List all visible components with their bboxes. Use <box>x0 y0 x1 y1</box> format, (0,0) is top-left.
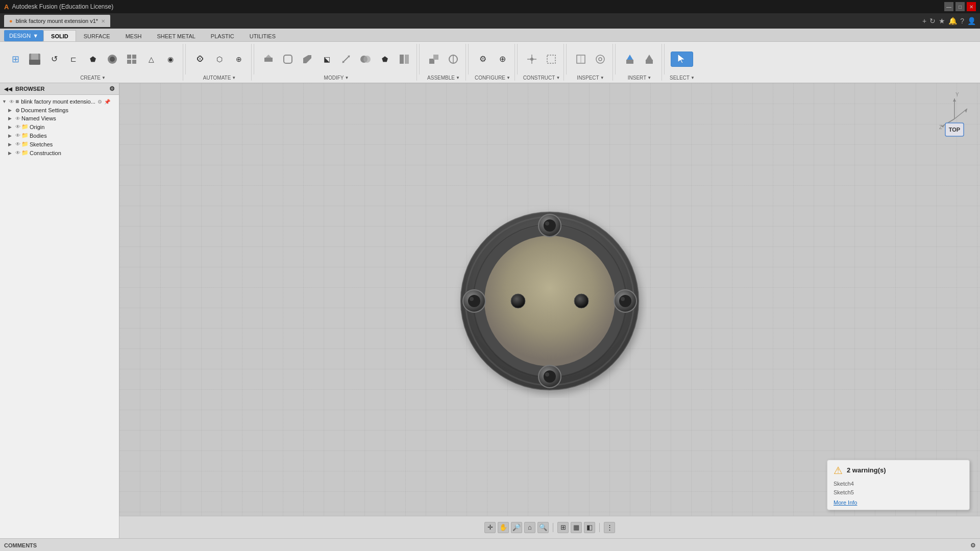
warning-header: ⚠ 2 warning(s) <box>834 464 963 477</box>
document-tab[interactable]: ● blink factory mount extension v1* ✕ <box>4 15 110 27</box>
modify-group-label[interactable]: MODIFY ▼ <box>324 75 349 81</box>
tab-surface[interactable]: SURFACE <box>76 30 118 41</box>
origin-folder-icon: 📁 <box>21 123 29 130</box>
tab-sheet-metal[interactable]: SHEET METAL <box>149 30 203 41</box>
create-sweep-btn[interactable]: ⊏ <box>64 52 83 67</box>
tree-sketches[interactable]: ▶ 👁 📁 Sketches <box>0 140 119 148</box>
assemble-group-label[interactable]: ASSEMBLE ▼ <box>427 75 460 81</box>
split-icon <box>398 53 410 65</box>
account-button[interactable]: 👤 <box>967 17 976 25</box>
comments-footer: COMMENTS ⚙ <box>0 538 980 551</box>
modify-combine-btn[interactable] <box>356 52 375 67</box>
orbit-btn[interactable]: ✛ <box>484 522 496 533</box>
configure-label-text: CONFIGURE <box>475 75 505 81</box>
modify-chamfer-btn[interactable] <box>298 52 316 67</box>
notifications-button[interactable]: 🔔 <box>948 17 957 25</box>
tree-origin[interactable]: ▶ 👁 📁 Origin <box>0 122 119 131</box>
automate-btn2[interactable]: ⬡ <box>210 52 229 67</box>
tab-mesh[interactable]: MESH <box>118 30 150 41</box>
automate-btn3[interactable]: ⊕ <box>230 52 248 67</box>
zoom-selected-btn[interactable]: 🔍 <box>537 522 549 533</box>
close-button[interactable]: ✕ <box>967 2 976 11</box>
zoom-btn[interactable]: 🔎 <box>511 522 522 533</box>
tab-utilities[interactable]: UTILITIES <box>242 30 283 41</box>
design-dropdown[interactable]: DESIGN ▼ <box>4 30 43 41</box>
viewport[interactable]: Y Z TOP <box>119 83 980 538</box>
create-loft-btn[interactable]: ⬟ <box>84 52 102 67</box>
inspect-group-label[interactable]: INSPECT ▼ <box>577 75 604 81</box>
inspect-btn1[interactable] <box>572 52 590 67</box>
create-new-component-btn[interactable]: ⊞ <box>6 52 24 67</box>
svg-point-56 <box>544 370 556 383</box>
automate-group-label[interactable]: AUTOMATE ▼ <box>203 75 236 81</box>
help-button[interactable]: ? <box>960 17 964 25</box>
tab-plastic[interactable]: PLASTIC <box>203 30 242 41</box>
configure-btn1[interactable]: ⚙ <box>474 52 492 67</box>
modify-press-pull-btn[interactable] <box>259 52 278 67</box>
more-info-link[interactable]: More Info <box>834 499 857 506</box>
origin-expand: ▶ <box>8 124 14 130</box>
svg-rect-16 <box>405 55 409 64</box>
construct-btn2[interactable] <box>542 52 560 67</box>
pan-btn[interactable]: ✋ <box>498 522 509 533</box>
create-revolve-btn[interactable]: ↺ <box>45 52 63 67</box>
app-title: Autodesk Fusion (Education License) <box>12 3 113 10</box>
create-pattern-btn[interactable] <box>122 52 141 67</box>
minimize-button[interactable]: — <box>944 2 953 11</box>
select-btn[interactable] <box>671 52 693 67</box>
svg-marker-30 <box>627 55 633 60</box>
select-group-label[interactable]: SELECT ▼ <box>670 75 695 81</box>
tree-named-views[interactable]: ▶ 👁 Named Views <box>0 114 119 122</box>
create-web-btn[interactable]: ◉ <box>161 52 180 67</box>
maximize-button[interactable]: □ <box>955 2 965 11</box>
browser-settings-icon[interactable]: ⚙ <box>109 85 115 92</box>
create-hole-btn[interactable] <box>103 52 121 67</box>
construct-group-label[interactable]: CONSTRUCT ▼ <box>523 75 560 81</box>
tab-solid[interactable]: SOLID <box>43 30 76 41</box>
fit-btn[interactable]: ⌂ <box>524 522 535 533</box>
inspect-tools <box>572 44 609 74</box>
environment-btn[interactable]: ◧ <box>584 522 595 533</box>
create-extrude-btn[interactable] <box>26 52 44 66</box>
svg-marker-32 <box>646 55 652 60</box>
assemble-btn2[interactable] <box>444 52 462 67</box>
tab-close-icon[interactable]: ✕ <box>101 18 105 24</box>
tree-document-settings[interactable]: ▶ ⚙ Document Settings <box>0 106 119 114</box>
configure-group-label[interactable]: CONFIGURE ▼ <box>475 75 510 81</box>
feedback-button[interactable]: ★ <box>939 17 945 25</box>
comments-settings-icon[interactable]: ⚙ <box>970 542 976 549</box>
create-rib-btn[interactable]: △ <box>142 52 160 67</box>
modify-scale-btn[interactable] <box>337 52 355 67</box>
tree-bodies[interactable]: ▶ 👁 📁 Bodies <box>0 131 119 140</box>
assemble-btn1[interactable] <box>425 52 443 67</box>
construct-btn1[interactable] <box>523 52 541 67</box>
grid-btn[interactable]: ▦ <box>571 522 582 533</box>
extrude-icon <box>29 54 40 65</box>
tree-root-item[interactable]: ▼ 👁 ■ blink factory mount extensio... ⚙ … <box>0 97 119 106</box>
svg-rect-5 <box>132 60 136 64</box>
tree-construction[interactable]: ▶ 👁 📁 Construction <box>0 148 119 157</box>
refresh-button[interactable]: ↻ <box>929 17 936 25</box>
inspect-btn2[interactable] <box>591 52 609 67</box>
browser-collapse-icon[interactable]: ◀◀ <box>4 86 12 92</box>
new-tab-button[interactable]: + <box>922 17 926 25</box>
shell-icon: ⬕ <box>321 53 333 65</box>
svg-rect-24 <box>547 55 555 63</box>
insert-tools <box>621 44 658 74</box>
root-expand-arrow: ▼ <box>2 99 8 104</box>
modify-replace-btn[interactable]: ⬟ <box>376 52 394 67</box>
modify-split-btn[interactable] <box>395 52 413 67</box>
modify-fillet-btn[interactable] <box>279 52 297 67</box>
modify-shell-btn[interactable]: ⬕ <box>317 52 336 67</box>
insert-btn1[interactable] <box>621 52 639 67</box>
insert-group-label[interactable]: INSERT ▼ <box>628 75 651 81</box>
automate-btn1[interactable]: ⭙ <box>191 52 209 67</box>
more-options-btn[interactable]: ⋮ <box>604 522 615 533</box>
svg-point-23 <box>530 58 533 61</box>
create-group-label[interactable]: CREATE ▼ <box>80 75 106 81</box>
configure-btn2[interactable]: ⊕ <box>493 52 511 67</box>
viewcube[interactable]: Y Z TOP <box>934 88 975 139</box>
insert-btn2[interactable] <box>640 52 658 67</box>
display-mode-btn[interactable]: ⊞ <box>557 522 569 533</box>
construction-eye-icon: 👁 <box>15 150 20 156</box>
